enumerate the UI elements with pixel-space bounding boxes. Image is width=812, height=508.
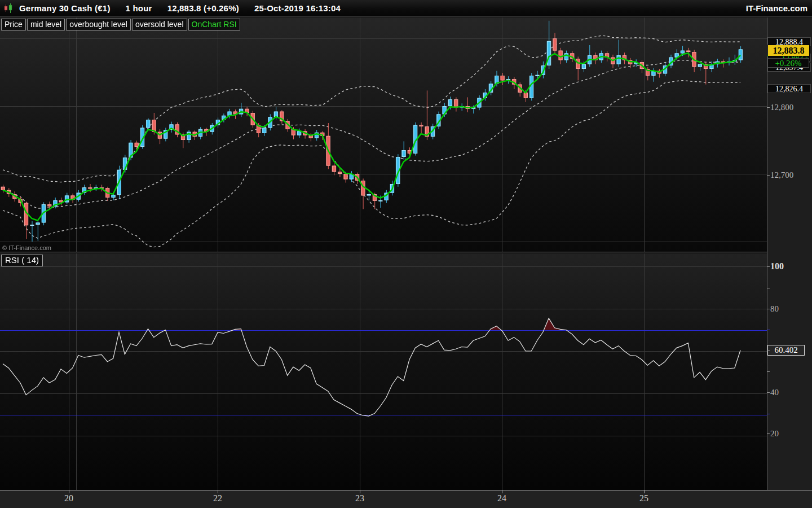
band-low-badge: 12,826.4 (767, 84, 811, 93)
time-axis-tick (502, 491, 502, 493)
axis-tick (767, 433, 770, 434)
time-axis-tick (644, 491, 645, 493)
time-axis-label-24: 24 (491, 493, 513, 503)
timeframe: 1 hour (126, 3, 152, 13)
overbought-level-tick (767, 330, 770, 330)
legend-onchart-rsi[interactable]: OnChart RSI (188, 19, 240, 30)
price-chart-canvas[interactable] (0, 17, 767, 252)
price-axis-label-12700: 12,700 (770, 170, 793, 180)
axis-tick (767, 309, 770, 309)
last-price-badge: 12,883.8 (767, 45, 810, 56)
legend-overbought-level[interactable]: overbought level (66, 19, 131, 30)
rsi-axis-label-100: 100 (770, 261, 784, 271)
time-axis-strip[interactable] (0, 490, 812, 508)
axis-tick (767, 371, 770, 372)
time-axis-tick (360, 491, 360, 493)
time-axis-label-22: 22 (206, 493, 229, 503)
last-price-change: 12,883.8 (+0.26%) (167, 3, 239, 13)
axis-tick (767, 288, 770, 288)
axis-tick (767, 175, 770, 176)
chart-window: Germany 30 Cash (€1) 1 hour 12,883.8 (+0… (0, 0, 812, 508)
time-axis-tick (218, 491, 218, 493)
candlestick-icon (4, 3, 14, 14)
rsi-chart-canvas[interactable] (0, 253, 767, 490)
brand-logo-text: IT-Finance.com (746, 3, 807, 13)
time-axis-tick (69, 491, 69, 493)
axis-tick (767, 266, 770, 267)
rsi-axis-label-80: 80 (770, 304, 779, 314)
indicator-legend: Price mid level overbought level oversol… (1, 19, 241, 30)
oversold-level-tick (767, 414, 770, 414)
rsi-value-badge: 60.402 (767, 345, 805, 356)
instrument-name: Germany 30 Cash (€1) (19, 3, 111, 13)
title-bar: Germany 30 Cash (€1) 1 hour 12,883.8 (+0… (0, 0, 812, 17)
price-axis-label-12800: 12,800 (770, 103, 793, 112)
price-chart-panel[interactable]: © IT-Finance.com (0, 17, 767, 252)
time-axis-label-25: 25 (633, 493, 655, 503)
rsi-axis-label-20: 20 (770, 429, 779, 439)
watermark: © IT-Finance.com (2, 244, 51, 251)
rsi-indicator-label[interactable]: RSI ( 14) (1, 255, 43, 266)
time-axis-label-20: 20 (58, 493, 80, 503)
axis-tick (767, 107, 770, 108)
rsi-chart-panel[interactable] (0, 253, 767, 490)
legend-oversold-level[interactable]: oversold level (132, 19, 187, 30)
legend-price[interactable]: Price (1, 19, 26, 30)
change-percent-badge: +0.26% (767, 58, 809, 68)
quote-datetime: 25-Oct-2019 16:13:04 (254, 3, 341, 13)
legend-mid-level[interactable]: mid level (27, 19, 65, 30)
rsi-axis-label-40: 40 (770, 388, 779, 397)
axis-tick (767, 392, 770, 393)
time-axis-label-23: 23 (348, 493, 371, 503)
axis-tick (767, 350, 770, 351)
